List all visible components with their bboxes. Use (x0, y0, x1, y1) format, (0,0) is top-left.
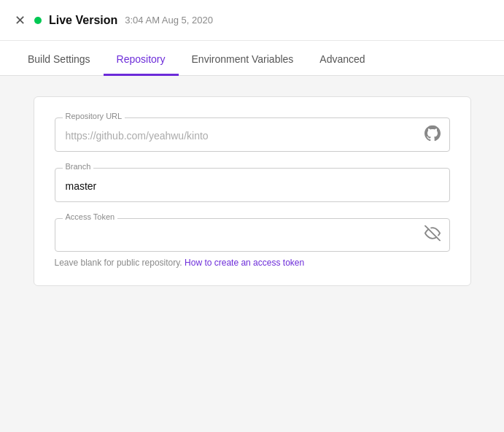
access-token-hint: Leave blank for public repository. How t… (55, 258, 450, 268)
tab-repository[interactable]: Repository (104, 45, 179, 76)
page-title: Live Version (49, 14, 117, 27)
branch-value[interactable]: master (66, 179, 439, 194)
branch-wrapper: Branch master (55, 168, 450, 202)
timestamp: 3:04 AM Aug 5, 2020 (125, 15, 213, 26)
access-token-wrapper: Access Token (55, 218, 450, 252)
status-dot (34, 17, 42, 24)
top-bar: ✕ Live Version 3:04 AM Aug 5, 2020 (0, 0, 504, 41)
repo-url-field-group: Repository URL https://github.com/yeahwu… (55, 117, 450, 152)
access-token-field-group: Access Token Leave blank for public repo… (55, 218, 450, 268)
repo-url-label: Repository URL (63, 112, 125, 120)
close-button[interactable]: ✕ (15, 14, 26, 27)
tab-environment-variables[interactable]: Environment Variables (179, 45, 307, 76)
tab-advanced[interactable]: Advanced (306, 45, 378, 76)
repo-url-wrapper: Repository URL https://github.com/yeahwu… (55, 117, 450, 152)
github-icon (424, 125, 441, 144)
repo-url-value[interactable]: https://github.com/yeahwu/kinto (66, 128, 439, 144)
settings-card: Repository URL https://github.com/yeahwu… (34, 96, 471, 286)
create-access-token-link[interactable]: How to create an access token (185, 258, 304, 268)
branch-label: Branch (63, 162, 94, 171)
eye-slash-icon[interactable] (424, 225, 441, 245)
access-token-label: Access Token (63, 212, 118, 221)
tabs-bar: Build Settings Repository Environment Va… (0, 41, 504, 76)
tab-build-settings[interactable]: Build Settings (15, 45, 104, 76)
branch-field-group: Branch master (55, 168, 450, 202)
main-content: Repository URL https://github.com/yeahwu… (0, 76, 504, 432)
access-token-value[interactable] (66, 229, 439, 244)
